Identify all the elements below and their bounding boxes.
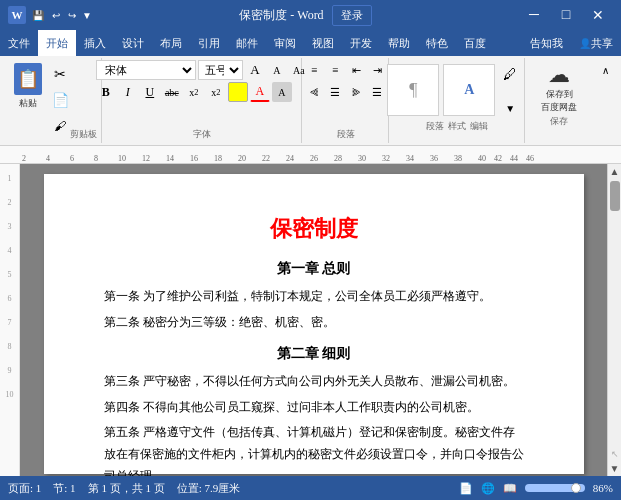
quick-save-btn[interactable]: 💾 bbox=[30, 8, 46, 23]
scroll-up-btn[interactable]: ▲ bbox=[606, 164, 621, 179]
clipboard-label: 剪贴板 bbox=[70, 128, 97, 141]
menu-baidu[interactable]: 百度 bbox=[456, 30, 494, 56]
paste-button[interactable]: 📋 粘贴 bbox=[8, 60, 48, 112]
subscript-btn[interactable]: x2 bbox=[184, 82, 204, 102]
ribbon-toolbar: 📋 粘贴 ✂ 📄 🖌 剪贴板 宋体 五号 A A Aa bbox=[0, 56, 621, 146]
italic-btn[interactable]: I bbox=[118, 82, 138, 102]
left-margin: 12345678910 bbox=[0, 164, 20, 476]
maximize-button[interactable]: □ bbox=[551, 0, 581, 30]
quick-undo-btn[interactable]: ↩ bbox=[50, 8, 62, 23]
menu-insert[interactable]: 插入 bbox=[76, 30, 114, 56]
paragraph-group: ≡ ≡ ⇤ ⇥ ⫷ ☰ ⫸ ☰ 段落 bbox=[304, 58, 389, 143]
title-bar-left: W 💾 ↩ ↪ ▼ bbox=[8, 6, 92, 24]
char-shading-btn[interactable]: A bbox=[272, 82, 292, 102]
menu-help[interactable]: 帮助 bbox=[380, 30, 418, 56]
document-area: 12345678910 保密制度 第一章 总则 第一条 为了维护公司利益，特制订… bbox=[0, 164, 621, 476]
font-family-select[interactable]: 宋体 bbox=[96, 60, 196, 80]
menu-home[interactable]: 开始 bbox=[38, 30, 76, 56]
menu-dev[interactable]: 开发 bbox=[342, 30, 380, 56]
close-button[interactable]: ✕ bbox=[583, 0, 613, 30]
zoom-percent: 86% bbox=[593, 482, 613, 494]
ruler: 2 4 6 8 10 12 14 16 18 20 22 24 26 28 30… bbox=[0, 146, 621, 164]
menu-share[interactable]: 👤 共享 bbox=[571, 30, 621, 56]
align-left-btn[interactable]: ⫷ bbox=[304, 82, 324, 102]
title-bar: W 💾 ↩ ↪ ▼ 保密制度 - Word 登录 ─ □ ✕ bbox=[0, 0, 621, 30]
menu-mail[interactable]: 邮件 bbox=[228, 30, 266, 56]
font-color-btn[interactable]: A bbox=[250, 82, 270, 102]
title-bar-center: 保密制度 - Word 登录 bbox=[92, 5, 519, 26]
underline-btn[interactable]: U bbox=[140, 82, 160, 102]
scroll-down-btn[interactable]: ▼ bbox=[606, 461, 621, 476]
view-web-btn[interactable]: 🌐 bbox=[481, 482, 495, 495]
styles-expand-btn[interactable]: ▼ bbox=[499, 100, 521, 116]
font-group: 宋体 五号 A A Aa B I U abc x2 x2 A A A 字体 bbox=[104, 58, 302, 143]
align-right-btn[interactable]: ⫸ bbox=[346, 82, 366, 102]
indent-increase-btn[interactable]: ⇥ bbox=[367, 60, 387, 80]
article-2: 第二条 秘密分为三等级：绝密、机密、密。 bbox=[104, 312, 524, 334]
save-cloud-button[interactable]: ☁ 保存到百度网盘 bbox=[529, 60, 589, 115]
document-scroll[interactable]: 保密制度 第一章 总则 第一条 为了维护公司利益，特制订本规定，公司全体员工必须… bbox=[20, 164, 607, 476]
minimize-button[interactable]: ─ bbox=[519, 0, 549, 30]
save-cloud-label: 保存到百度网盘 bbox=[541, 88, 577, 114]
window-controls: ─ □ ✕ bbox=[519, 0, 613, 30]
cut-button[interactable]: ✂ bbox=[50, 65, 70, 85]
word-icon: W bbox=[8, 6, 26, 24]
menu-bar: 文件 开始 插入 设计 布局 引用 邮件 审阅 视图 开发 帮助 特色 百度 告… bbox=[0, 30, 621, 56]
list-bullet-btn[interactable]: ≡ bbox=[304, 60, 324, 80]
strikethrough-btn[interactable]: abc bbox=[162, 82, 182, 102]
article-4: 第四条 不得向其他公司员工窥探、过问非本人工作职责内的公司机密。 bbox=[104, 397, 524, 419]
menu-references[interactable]: 引用 bbox=[190, 30, 228, 56]
paragraph-group-label: 段落 bbox=[337, 128, 355, 141]
vertical-scrollbar[interactable]: ▲ ↖ ▼ bbox=[607, 164, 621, 476]
font-group-label: 字体 bbox=[193, 126, 211, 141]
page-count-indicator: 第 1 页，共 1 页 bbox=[88, 481, 165, 496]
increase-font-btn[interactable]: A bbox=[245, 60, 265, 80]
quick-redo-btn[interactable]: ↪ bbox=[66, 8, 78, 23]
char-style-box[interactable]: A bbox=[443, 64, 495, 116]
copy-button[interactable]: 📄 bbox=[50, 90, 70, 110]
ribbon-collapse-btn[interactable]: ∧ bbox=[595, 60, 615, 80]
scroll-thumb[interactable] bbox=[610, 181, 620, 211]
menu-design[interactable]: 设计 bbox=[114, 30, 152, 56]
customize-quick-btn[interactable]: ▼ bbox=[82, 10, 92, 21]
styles-char-label: 样式 bbox=[448, 120, 466, 133]
decrease-font-btn[interactable]: A bbox=[267, 60, 287, 80]
zoom-thumb[interactable] bbox=[571, 483, 581, 493]
zoom-slider[interactable] bbox=[525, 484, 585, 492]
align-center-btn[interactable]: ☰ bbox=[325, 82, 345, 102]
styles-paragraph-label: 段落 bbox=[426, 120, 444, 133]
view-read-btn[interactable]: 📖 bbox=[503, 482, 517, 495]
status-left: 页面: 1 节: 1 第 1 页，共 1 页 位置: 7.9厘米 bbox=[8, 481, 240, 496]
menu-tellme[interactable]: 告知我 bbox=[522, 30, 571, 56]
superscript-btn[interactable]: x2 bbox=[206, 82, 226, 102]
clipboard-group: 📋 粘贴 ✂ 📄 🖌 剪贴板 bbox=[4, 58, 102, 143]
highlight-btn[interactable]: A bbox=[228, 82, 248, 102]
styles-edit-label: 编辑 bbox=[470, 120, 488, 133]
paste-label: 粘贴 bbox=[19, 97, 37, 110]
menu-layout[interactable]: 布局 bbox=[152, 30, 190, 56]
status-right: 📄 🌐 📖 86% bbox=[459, 482, 613, 495]
scroll-cursor-indicator: ↖ bbox=[609, 447, 621, 461]
menu-review[interactable]: 审阅 bbox=[266, 30, 304, 56]
edit-btn[interactable]: 🖊 bbox=[499, 64, 521, 86]
format-painter-button[interactable]: 🖌 bbox=[50, 116, 70, 136]
menu-feature[interactable]: 特色 bbox=[418, 30, 456, 56]
section-indicator: 节: 1 bbox=[53, 481, 75, 496]
save-group: ☁ 保存到百度网盘 保存 bbox=[527, 58, 591, 143]
view-print-btn[interactable]: 📄 bbox=[459, 482, 473, 495]
position-indicator: 位置: 7.9厘米 bbox=[177, 481, 241, 496]
register-button[interactable]: 登录 bbox=[332, 5, 372, 26]
list-number-btn[interactable]: ≡ bbox=[325, 60, 345, 80]
menu-file[interactable]: 文件 bbox=[0, 30, 38, 56]
menu-view[interactable]: 视图 bbox=[304, 30, 342, 56]
chapter1-title: 第一章 总则 bbox=[104, 260, 524, 278]
paste-icon: 📋 bbox=[14, 63, 42, 95]
doc-title-label: 保密制度 - Word bbox=[239, 7, 323, 24]
styles-group: ¶ A 🖊 ▼ 段落 样式 编辑 bbox=[391, 58, 525, 143]
bold-btn[interactable]: B bbox=[96, 82, 116, 102]
document-page: 保密制度 第一章 总则 第一条 为了维护公司利益，特制订本规定，公司全体员工必须… bbox=[44, 174, 584, 474]
paragraph-style-box[interactable]: ¶ bbox=[387, 64, 439, 116]
align-justify-btn[interactable]: ☰ bbox=[367, 82, 387, 102]
font-size-select[interactable]: 五号 bbox=[198, 60, 243, 80]
indent-decrease-btn[interactable]: ⇤ bbox=[346, 60, 366, 80]
